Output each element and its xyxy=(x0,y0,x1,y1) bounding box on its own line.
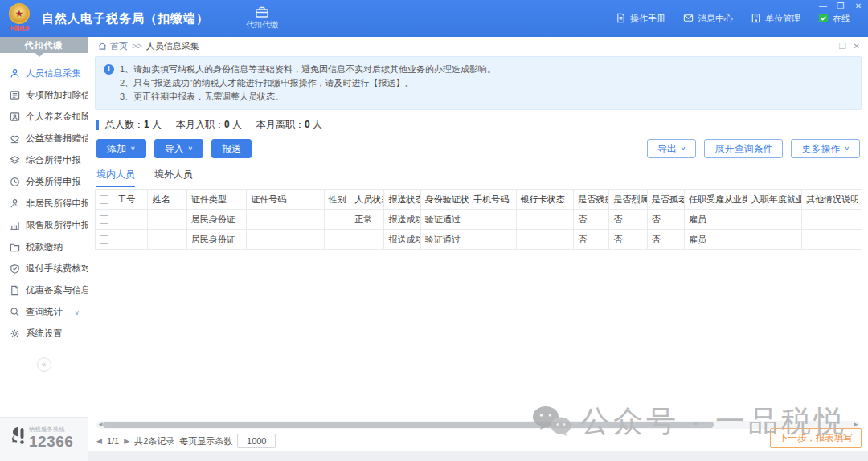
tab-境外人员[interactable]: 境外人员 xyxy=(154,168,193,187)
sidebar-item-label: 限售股所得申报 xyxy=(26,219,91,231)
cell: 雇员 xyxy=(685,230,747,250)
select-all-checkbox[interactable] xyxy=(100,195,108,204)
column-header: 人员状态 xyxy=(350,190,384,210)
column-header: 是否烈属 xyxy=(609,190,647,210)
cell: 否 xyxy=(609,210,647,230)
cell: 否 xyxy=(574,230,609,250)
column-header: 身份验证状态 xyxy=(420,190,469,210)
toolbar-button-导入[interactable]: 导入∨ xyxy=(154,139,204,158)
home-icon xyxy=(98,42,107,51)
window-controls: — ❐ ✕ xyxy=(818,2,863,10)
page-size-input[interactable] xyxy=(237,434,276,448)
next-page-button[interactable]: ▶ xyxy=(124,437,129,445)
main-panel: 首页 >> 人员信息采集 ❐ ✕ i 1、请如实填写纳税人的身份信息等基础资料，… xyxy=(88,37,868,461)
cell xyxy=(324,210,350,230)
cell xyxy=(802,230,858,250)
sidebar-item[interactable]: 个人养老金扣除管理 xyxy=(0,106,88,128)
tab-withholding-module[interactable]: 代扣代缴 xyxy=(246,6,278,31)
titlebar-item-document[interactable]: 操作手册 xyxy=(616,13,665,25)
panel-maximize-button[interactable]: ❐ xyxy=(839,42,846,51)
row-select-cell xyxy=(96,210,113,230)
row-checkbox[interactable] xyxy=(100,215,108,224)
toolbar-button-展开查询条件[interactable]: 展开查询条件 xyxy=(704,139,783,158)
sidebar-item[interactable]: 分类所得申报 xyxy=(0,171,88,193)
close-button[interactable]: ✕ xyxy=(854,2,863,10)
breadcrumb-current: 人员信息采集 xyxy=(146,40,199,52)
tab-境内人员[interactable]: 境内人员 xyxy=(96,168,135,187)
cell xyxy=(747,230,801,250)
user-alt-icon xyxy=(10,198,20,209)
sidebar-item[interactable]: 系统设置 xyxy=(0,323,88,345)
titlebar-item-building[interactable]: 单位管理 xyxy=(751,13,800,25)
sidebar-item[interactable]: 非居民所得申报 xyxy=(0,193,88,214)
column-header: 证件类型 xyxy=(186,190,247,210)
column-header: 报送状态 xyxy=(384,190,420,210)
sidebar-item-label: 查询统计 xyxy=(26,306,63,318)
cell xyxy=(516,230,574,250)
cell: 中国 xyxy=(858,210,862,230)
titlebar-item-label: 单位管理 xyxy=(765,13,800,25)
sidebar-item[interactable]: 税款缴纳 xyxy=(0,236,88,258)
pension-icon xyxy=(10,112,20,122)
cell xyxy=(247,210,325,230)
panel-controls: ❐ ✕ xyxy=(839,42,860,51)
donation-icon xyxy=(10,133,20,144)
toolbar-button-添加[interactable]: 添加∨ xyxy=(96,139,146,158)
app-title: 自然人电子税务局（扣缴端） xyxy=(42,11,209,27)
list-icon xyxy=(10,90,20,100)
sidebar-collapse-button[interactable]: « xyxy=(37,357,51,372)
cell: 验证通过 xyxy=(420,230,469,250)
cell xyxy=(324,230,350,250)
person-table: 工号姓名证件类型证件号码性别人员状态报送状态身份验证状态手机号码银行卡状态是否残… xyxy=(95,189,862,250)
sidebar-item-label: 系统设置 xyxy=(26,328,63,340)
breadcrumb-home[interactable]: 首页 xyxy=(98,40,128,52)
next-step-button[interactable]: 下一步，报表填写 xyxy=(770,428,862,448)
sidebar-item-label: 税款缴纳 xyxy=(26,241,63,253)
sidebar-item[interactable]: 综合所得申报 xyxy=(0,149,88,171)
sidebar-item[interactable]: 优惠备案与信息报送∨ xyxy=(0,279,88,301)
app-window: ★ 中国税务 自然人电子税务局（扣缴端） 代扣代缴 操作手册消息中心单位管理在线… xyxy=(0,0,868,461)
sidebar-item[interactable]: 人员信息采集 xyxy=(0,63,88,84)
prev-page-button[interactable]: ◀ xyxy=(96,437,102,445)
titlebar-item-online-check[interactable]: 在线 xyxy=(818,13,850,25)
column-header: 工号 xyxy=(113,190,148,210)
sidebar-item-label: 退付手续费核对 xyxy=(26,263,91,275)
mail-icon xyxy=(683,13,694,25)
titlebar-item-label: 在线 xyxy=(833,13,850,25)
cell xyxy=(469,230,516,250)
chevron-down-icon: ∨ xyxy=(188,145,194,152)
toolbar-button-更多操作[interactable]: 更多操作∨ xyxy=(791,139,860,158)
sidebar-item[interactable]: 查询统计∨ xyxy=(0,301,88,323)
panel-close-button[interactable]: ✕ xyxy=(854,42,860,51)
sidebar-item[interactable]: 限售股所得申报 xyxy=(0,214,88,236)
notice-line: 1、请如实填写纳税人的身份信息等基础资料，避免因信息不实对后续其他业务的办理造成… xyxy=(120,63,853,76)
sidebar-nav: 人员信息采集专项附加扣除信息采集个人养老金扣除管理公益慈善捐赠信息采集综合所得申… xyxy=(0,53,88,345)
maximize-button[interactable]: ❐ xyxy=(836,2,845,10)
stat-item: 本月入职：0 人 xyxy=(176,118,242,132)
scrollbar-thumb[interactable] xyxy=(103,422,714,428)
sidebar-item[interactable]: 退付手续费核对 xyxy=(0,258,88,279)
hotline-operator-icon xyxy=(8,426,26,450)
row-select-cell xyxy=(96,230,113,250)
cell xyxy=(516,210,574,230)
titlebar-menu: 操作手册消息中心单位管理在线 xyxy=(616,13,862,25)
cell: 否 xyxy=(647,230,684,250)
sidebar-header: 代扣代缴 xyxy=(0,37,88,53)
titlebar-item-label: 操作手册 xyxy=(630,13,665,25)
online-check-icon xyxy=(818,13,829,25)
cell: 中国 xyxy=(858,230,862,250)
row-checkbox[interactable] xyxy=(100,235,108,244)
chevron-down-icon: ∨ xyxy=(74,308,84,316)
titlebar-item-mail[interactable]: 消息中心 xyxy=(683,13,733,25)
content: i 1、请如实填写纳税人的身份信息等基础资料，避免因信息不实对后续其他业务的办理… xyxy=(88,55,868,451)
sidebar-item[interactable]: 专项附加扣除信息采集 xyxy=(0,84,88,106)
toolbar-button-报送[interactable]: 报送 xyxy=(211,139,252,158)
user-icon xyxy=(10,68,20,79)
stat-item: 本月离职：0 人 xyxy=(256,118,322,132)
sidebar-item[interactable]: 公益慈善捐赠信息采集 xyxy=(0,128,88,149)
minimize-button[interactable]: — xyxy=(818,2,828,10)
toolbar-button-导出[interactable]: 导出∨ xyxy=(647,139,697,158)
horizontal-scrollbar[interactable]: ◄ ► xyxy=(96,421,860,429)
sidebar-item-label: 综合所得申报 xyxy=(26,154,81,166)
sidebar-item-label: 人员信息采集 xyxy=(26,67,81,80)
